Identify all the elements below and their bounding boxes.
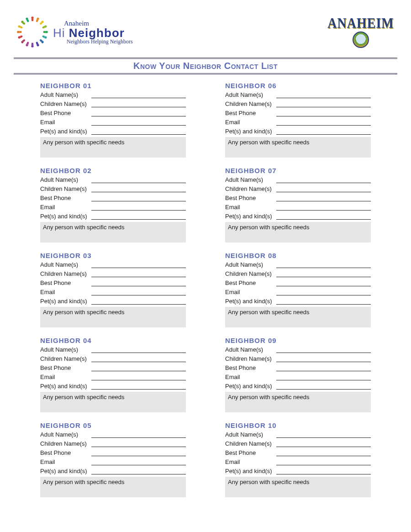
specific-needs-box[interactable]: Any person with specific needs	[225, 222, 371, 242]
field-input-line[interactable]	[276, 271, 371, 277]
field-row-phone: Best Phone	[40, 195, 186, 201]
field-input-line[interactable]	[91, 119, 186, 126]
field-input-line[interactable]	[276, 110, 371, 116]
field-input-line[interactable]	[276, 119, 371, 126]
city-name: ANAHEIM	[324, 15, 397, 32]
field-label: Email	[40, 119, 91, 126]
field-row-adult: Adult Name(s)	[225, 346, 371, 353]
field-input-line[interactable]	[91, 92, 186, 98]
field-input-line[interactable]	[91, 383, 186, 390]
field-input-line[interactable]	[91, 356, 186, 362]
field-label: Best Phone	[225, 279, 276, 286]
field-row-adult: Adult Name(s)	[40, 431, 186, 438]
field-input-line[interactable]	[276, 213, 371, 220]
field-input-line[interactable]	[91, 280, 186, 286]
field-input-line[interactable]	[276, 298, 371, 305]
field-input-line[interactable]	[276, 347, 371, 353]
field-input-line[interactable]	[91, 441, 186, 447]
field-input-line[interactable]	[276, 262, 371, 268]
specific-needs-box[interactable]: Any person with specific needs	[40, 222, 186, 242]
specific-needs-box[interactable]: Any person with specific needs	[225, 137, 371, 158]
field-input-line[interactable]	[91, 204, 186, 211]
field-input-line[interactable]	[276, 441, 371, 447]
field-row-pets: Pet(s) and kind(s)	[40, 298, 186, 305]
field-input-line[interactable]	[276, 186, 371, 192]
city-logo: ANAHEIM	[324, 16, 397, 48]
field-input-line[interactable]	[276, 365, 371, 371]
svg-point-12	[17, 31, 19, 33]
svg-point-0	[31, 16, 33, 19]
specific-needs-box[interactable]: Any person with specific needs	[225, 307, 371, 327]
field-input-line[interactable]	[276, 280, 371, 286]
field-input-line[interactable]	[276, 128, 371, 135]
field-row-pets: Pet(s) and kind(s)	[225, 213, 371, 220]
svg-point-8	[31, 45, 33, 47]
neighbor-heading: NEIGHBOR 03	[40, 252, 186, 259]
field-input-line[interactable]	[276, 195, 371, 201]
field-label: Pet(s) and kind(s)	[40, 383, 91, 390]
field-input-line[interactable]	[91, 432, 186, 438]
field-input-line[interactable]	[91, 289, 186, 295]
field-label: Children Name(s)	[225, 355, 276, 362]
field-input-line[interactable]	[91, 459, 186, 465]
field-label: Email	[40, 289, 91, 295]
field-input-line[interactable]	[91, 450, 186, 456]
field-input-line[interactable]	[91, 213, 186, 220]
field-label: Pet(s) and kind(s)	[40, 128, 91, 135]
field-input-line[interactable]	[91, 110, 186, 116]
field-row-email: Email	[40, 458, 186, 465]
field-input-line[interactable]	[276, 177, 371, 183]
field-input-line[interactable]	[276, 92, 371, 98]
field-input-line[interactable]	[91, 365, 186, 371]
field-input-line[interactable]	[276, 101, 371, 107]
neighbor-block: NEIGHBOR 07Adult Name(s)Children Name(s)…	[225, 167, 371, 242]
specific-needs-box[interactable]: Any person with specific needs	[40, 392, 186, 412]
field-input-line[interactable]	[91, 101, 186, 107]
field-label: Pet(s) and kind(s)	[40, 298, 91, 305]
field-row-adult: Adult Name(s)	[225, 261, 371, 268]
field-input-line[interactable]	[91, 374, 186, 380]
field-row-phone: Best Phone	[225, 364, 371, 371]
field-input-line[interactable]	[91, 271, 186, 277]
field-row-adult: Adult Name(s)	[40, 346, 186, 353]
field-input-line[interactable]	[276, 356, 371, 362]
field-label: Adult Name(s)	[40, 431, 91, 438]
field-input-line[interactable]	[91, 347, 186, 353]
field-input-line[interactable]	[91, 128, 186, 135]
field-row-email: Email	[40, 119, 186, 126]
field-row-adult: Adult Name(s)	[40, 261, 186, 268]
field-row-email: Email	[225, 458, 371, 465]
field-input-line[interactable]	[276, 450, 371, 456]
field-label: Email	[40, 204, 91, 211]
field-label: Children Name(s)	[225, 185, 276, 192]
field-input-line[interactable]	[91, 262, 186, 268]
title-bar: Know Your Neighbor Contact List	[14, 58, 397, 74]
field-input-line[interactable]	[276, 459, 371, 465]
neighbor-heading: NEIGHBOR 07	[225, 167, 371, 174]
field-input-line[interactable]	[276, 383, 371, 390]
field-input-line[interactable]	[91, 186, 186, 192]
field-input-line[interactable]	[276, 374, 371, 380]
field-input-line[interactable]	[91, 195, 186, 201]
specific-needs-box[interactable]: Any person with specific needs	[40, 137, 186, 158]
field-row-phone: Best Phone	[225, 449, 371, 456]
field-row-adult: Adult Name(s)	[40, 176, 186, 183]
field-input-line[interactable]	[276, 289, 371, 295]
field-input-line[interactable]	[91, 468, 186, 474]
field-input-line[interactable]	[276, 204, 371, 211]
field-label: Best Phone	[40, 110, 91, 116]
specific-needs-box[interactable]: Any person with specific needs	[225, 477, 371, 497]
specific-needs-box[interactable]: Any person with specific needs	[225, 392, 371, 412]
field-label: Adult Name(s)	[40, 346, 91, 353]
field-row-children: Children Name(s)	[40, 270, 186, 277]
field-row-email: Email	[40, 374, 186, 380]
field-input-line[interactable]	[91, 298, 186, 305]
field-input-line[interactable]	[91, 177, 186, 183]
neighbor-block: NEIGHBOR 01Adult Name(s)Children Name(s)…	[40, 82, 186, 158]
specific-needs-box[interactable]: Any person with specific needs	[40, 477, 186, 497]
field-input-line[interactable]	[276, 432, 371, 438]
field-row-adult: Adult Name(s)	[225, 91, 371, 98]
field-row-children: Children Name(s)	[225, 185, 371, 192]
field-input-line[interactable]	[276, 468, 371, 474]
specific-needs-box[interactable]: Any person with specific needs	[40, 307, 186, 327]
